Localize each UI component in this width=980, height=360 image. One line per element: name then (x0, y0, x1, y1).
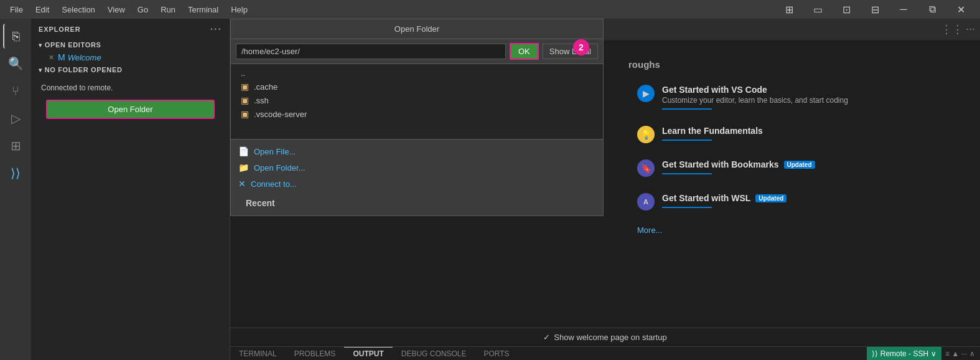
dialog-file-list: .. ▣ .cache ▣ .ssh ▣ .vscode-server (231, 64, 603, 139)
window-controls: ⊞ ▭ ⊡ ⊟ ─ ⧉ ✕ (775, 0, 975, 19)
editor-right-icons: ⋮⋮ ··· (936, 19, 980, 40)
connect-to-label: Connect to... (251, 179, 297, 189)
walkthrough-item-0[interactable]: ▶ Get Started with VS Code Customize you… (628, 77, 955, 117)
menubar: File Edit Selection View Go Run Terminal… (0, 0, 980, 19)
open-editors-arrow: ▾ (39, 42, 42, 49)
open-folder-dialog[interactable]: Open Folder OK Show Local 2 .. ▣ .cache (230, 19, 604, 216)
no-folder-label: NO FOLDER OPENED (45, 66, 123, 73)
show-welcome-label: Show welcome page on startup (554, 333, 666, 342)
remote-icon[interactable]: ⟩⟩ (3, 161, 28, 186)
editor-area: M Welcome ✕ ⋮⋮ ··· Open Folder OK Show L… (230, 19, 980, 360)
menu-file[interactable]: File (5, 4, 28, 16)
extensions-icon[interactable]: ⊞ (3, 133, 28, 158)
run-icon[interactable]: ▷ (3, 106, 28, 131)
minimize-button[interactable]: ─ (889, 0, 918, 19)
layout2-icon[interactable]: ▭ (803, 0, 832, 19)
dialog-show-local-button[interactable]: Show Local (543, 44, 598, 59)
folder-icon-ssh: ▣ (241, 95, 249, 105)
explorer-icon[interactable]: ⎘ (3, 24, 28, 49)
vscode-logo-icon: M (58, 52, 65, 62)
open-folder-button[interactable]: Open Folder (46, 100, 215, 119)
more-walkthroughs-link[interactable]: More... (628, 223, 955, 237)
show-welcome-checkbox[interactable]: ✓ (543, 333, 550, 342)
dialog-path-row: OK Show Local 2 (231, 39, 603, 64)
walkthrough-sub-0: Customize your editor, learn the basics,… (662, 96, 848, 105)
split-editor-icon[interactable]: ⋮⋮ (941, 22, 963, 36)
file-name-cache: .cache (254, 82, 278, 92)
tab-ports[interactable]: PORTS (475, 347, 518, 360)
walkthrough-item-1[interactable]: 💡 Learn the Fundamentals (628, 118, 955, 151)
tab-terminal[interactable]: TERMINAL (230, 347, 286, 360)
menu-run[interactable]: Run (156, 4, 180, 16)
badge-2: 2 (573, 39, 589, 55)
updated-badge-2: Updated (784, 161, 815, 169)
folder-icon-cache: ▣ (241, 82, 249, 92)
remote-ssh-status[interactable]: ⟩⟩ Remote - SSH ∨ (867, 347, 941, 361)
open-editors-section[interactable]: ▾ OPEN EDITORS (31, 39, 230, 51)
remote-ssh-label: Remote - SSH (880, 349, 928, 358)
file-name-ssh: .ssh (254, 96, 269, 105)
open-folder-icon: 📁 (238, 163, 249, 173)
connected-remote-text: Connected to remote. (31, 76, 230, 97)
open-file-label: Open File... (254, 147, 296, 156)
welcome-content: roughs ▶ Get Started with VS Code Custom… (604, 40, 980, 360)
explorer-title: Explorer (39, 26, 81, 33)
layout3-icon[interactable]: ⊡ (832, 0, 861, 19)
menu-edit[interactable]: Edit (30, 4, 54, 16)
source-control-icon[interactable]: ⑂ (3, 78, 28, 103)
welcome-editor-label: Welcome (68, 53, 101, 62)
walkthrough-item-2[interactable]: 🔖 Get Started with Bookmarks Updated (628, 152, 955, 184)
open-folder-link[interactable]: 📁 Open Folder... (238, 161, 595, 174)
open-file-link[interactable]: 📄 Open File... (238, 144, 595, 158)
walkthrough-icon-0: ▶ (637, 85, 655, 102)
menu-go[interactable]: Go (133, 4, 153, 16)
walkthrough-title-3: Get Started with WSL Updated (662, 193, 786, 203)
open-file-icon: 📄 (238, 146, 249, 156)
updated-badge-3: Updated (755, 194, 786, 202)
dialog-ok-button[interactable]: OK (510, 43, 539, 60)
dotdot-icon: .. (241, 69, 245, 78)
restore-button[interactable]: ⧉ (918, 0, 946, 19)
file-item-ssh[interactable]: ▣ .ssh (231, 93, 603, 107)
more-actions-icon[interactable]: ··· (966, 22, 975, 36)
walkthrough-item-3[interactable]: A Get Started with WSL Updated (628, 186, 955, 218)
file-item-cache[interactable]: ▣ .cache (231, 80, 603, 93)
walkthrough-section: roughs ▶ Get Started with VS Code Custom… (628, 59, 955, 237)
walkthrough-bar-0 (662, 108, 712, 110)
explorer-header: Explorer ··· (31, 19, 230, 39)
file-item-vscode-server[interactable]: ▣ .vscode-server (231, 107, 603, 121)
open-editors-label: OPEN EDITORS (45, 41, 101, 49)
menu-terminal[interactable]: Terminal (183, 4, 223, 16)
connect-icon: ✕ (238, 179, 246, 189)
show-welcome-row: ✓ Show welcome page on startup (230, 328, 980, 346)
file-item-dotdot[interactable]: .. (231, 67, 603, 80)
main-area: ⎘ 🔍 ⑂ ▷ ⊞ ⟩⟩ Explorer ··· ▾ OPEN EDITORS… (0, 19, 980, 360)
walkthrough-bar-3 (662, 207, 712, 208)
connect-to-link[interactable]: ✕ Connect to... (238, 177, 595, 191)
welcome-tab-item[interactable]: ✕ M Welcome (31, 51, 230, 64)
dialog-title: Open Folder (231, 19, 603, 39)
walkthrough-icon-1: 💡 (637, 126, 655, 143)
folder-icon-vscode-server: ▣ (241, 109, 249, 119)
dialog-actions: 📄 Open File... 📁 Open Folder... ✕ Connec… (231, 139, 603, 216)
menu-help[interactable]: Help (226, 4, 253, 16)
layout-icon[interactable]: ⊞ (775, 0, 803, 19)
explorer-more-button[interactable]: ··· (210, 24, 222, 35)
bottom-icons: ≡ ▲ ··· ∧ (945, 349, 975, 358)
tab-output[interactable]: OUTPUT (344, 347, 392, 360)
search-icon[interactable]: 🔍 (3, 51, 28, 76)
menu-selection[interactable]: Selection (57, 4, 100, 16)
tab-problems[interactable]: PROBLEMS (286, 347, 345, 360)
layout4-icon[interactable]: ⊟ (861, 0, 889, 19)
close-button[interactable]: ✕ (946, 0, 975, 19)
tab-debug-console[interactable]: DEBUG CONSOLE (393, 347, 475, 360)
walkthrough-title-2: Get Started with Bookmarks Updated (662, 159, 815, 169)
walkthrough-section-title: roughs (628, 59, 955, 70)
menu-view[interactable]: View (103, 4, 130, 16)
recent-label: Recent (238, 193, 595, 211)
no-folder-section[interactable]: ▾ NO FOLDER OPENED (31, 64, 230, 76)
dialog-path-input[interactable] (236, 44, 506, 59)
bottom-tabs: TERMINAL PROBLEMS OUTPUT DEBUG CONSOLE P… (230, 346, 980, 360)
activity-bar: ⎘ 🔍 ⑂ ▷ ⊞ ⟩⟩ (0, 19, 31, 360)
close-welcome-icon[interactable]: ✕ (49, 54, 54, 62)
